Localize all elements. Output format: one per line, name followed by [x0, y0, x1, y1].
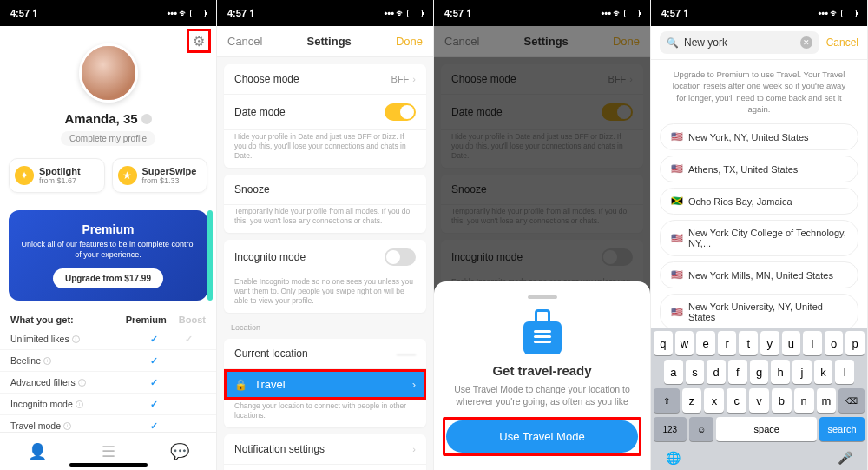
key-y[interactable]: y [760, 331, 779, 355]
key-t[interactable]: t [739, 331, 758, 355]
chat-tab-icon[interactable]: 💬 [170, 442, 189, 461]
status-time: 4:57 [10, 8, 30, 18]
status-bar: 4:57↿ •••ᯤ [651, 0, 867, 26]
premium-subtitle: Unlock all of our features to be in comp… [17, 240, 199, 260]
chevron-right-icon: › [412, 74, 416, 84]
status-bar: 4:57↿ •••ᯤ [434, 0, 650, 26]
done-button[interactable]: Done [396, 35, 423, 48]
key-space[interactable]: space [716, 417, 817, 441]
key-j[interactable]: j [792, 360, 812, 384]
key-z[interactable]: z [682, 388, 702, 413]
flag-icon: 🇺🇸 [671, 233, 683, 244]
key-emoji[interactable]: ☺ [689, 417, 714, 441]
key-a[interactable]: a [664, 360, 683, 384]
key-backspace[interactable]: ⌫ [838, 388, 865, 413]
choose-mode-row[interactable]: Choose modeBFF› [224, 64, 426, 95]
key-v[interactable]: v [749, 388, 769, 413]
current-location-row[interactable]: Current location—— [224, 339, 426, 369]
superswipe-pill[interactable]: ★ SuperSwipefrom $1.33 [112, 158, 208, 193]
sheet-subtitle: Use Travel Mode to change your location … [446, 383, 638, 408]
sheet-grabber[interactable] [528, 295, 557, 299]
avatar[interactable] [79, 43, 138, 103]
search-input[interactable]: 🔍 New york ✕ [660, 31, 819, 54]
notifications-row[interactable]: Notification settings› [224, 434, 426, 465]
search-result[interactable]: 🇯🇲Ocho Rios Bay, Jamaica [660, 188, 858, 215]
travel-hint: Change your location to connect with peo… [224, 400, 426, 427]
key-p[interactable]: p [845, 331, 865, 355]
chevron-right-icon: › [412, 444, 416, 454]
gear-icon[interactable]: ⚙ [193, 33, 205, 50]
key-h[interactable]: h [771, 360, 790, 384]
date-mode-hint: Hide your profile in Date and just use B… [224, 130, 426, 168]
premium-upgrade-button[interactable]: Upgrade from $17.99 [53, 268, 163, 288]
key-m[interactable]: m [817, 388, 837, 413]
star-icon: ✦ [15, 166, 34, 185]
key-k[interactable]: k [814, 360, 833, 384]
clear-search-button[interactable]: ✕ [800, 36, 812, 49]
date-mode-row[interactable]: Date mode [224, 95, 426, 130]
chevron-right-icon: › [412, 378, 416, 391]
flag-icon: 🇺🇸 [671, 269, 683, 281]
search-query: New york [684, 36, 795, 49]
travel-row[interactable]: 🔒 Travel › [224, 369, 426, 400]
use-travel-mode-button[interactable]: Use Travel Mode [446, 420, 638, 453]
key-search[interactable]: search [819, 417, 865, 441]
date-mode-toggle[interactable] [385, 103, 416, 121]
status-bar: 4:57↿ •••ᯤ [217, 0, 433, 26]
feature-row: Advanced filtersi✓ [0, 372, 216, 394]
key-numbers[interactable]: 123 [654, 417, 687, 441]
profile-tab-icon[interactable]: 👤 [28, 442, 47, 461]
key-w[interactable]: w [675, 331, 694, 355]
key-s[interactable]: s [686, 360, 705, 384]
travel-sheet: Get travel-ready Use Travel Mode to chan… [434, 281, 650, 470]
key-e[interactable]: e [696, 331, 715, 355]
flag-icon: 🇯🇲 [671, 195, 683, 207]
screen-travel-sheet: 4:57↿ •••ᯤ Cancel Settings Done Choose m… [434, 0, 651, 470]
home-indicator [69, 463, 148, 467]
premium-title: Premium [17, 222, 199, 236]
search-result[interactable]: 🇺🇸New York University, NY, United States [660, 294, 858, 330]
screen-settings: 4:57↿ •••ᯤ Cancel Settings Done Choose m… [217, 0, 434, 470]
key-x[interactable]: x [704, 388, 724, 413]
key-d[interactable]: d [707, 360, 726, 384]
premium-card[interactable]: Premium Unlock all of our features to be… [9, 210, 207, 301]
complete-profile-button[interactable]: Complete my profile [61, 131, 155, 146]
nav-bar: Cancel Settings Done [217, 26, 433, 57]
key-q[interactable]: q [654, 331, 673, 355]
key-b[interactable]: b [772, 388, 792, 413]
key-o[interactable]: o [825, 331, 844, 355]
search-result[interactable]: 🇺🇸Athens, TX, United States [660, 156, 858, 182]
key-g[interactable]: g [750, 360, 769, 384]
features-header: What you get: PremiumBoost [0, 306, 216, 328]
key-f[interactable]: f [728, 360, 747, 384]
cancel-search-button[interactable]: Cancel [826, 36, 858, 49]
key-l[interactable]: l [835, 360, 854, 384]
mic-icon[interactable]: 🎤 [838, 451, 852, 465]
cancel-button[interactable]: Cancel [227, 35, 262, 48]
incognito-toggle[interactable] [385, 248, 416, 266]
location-section-label: Location [217, 320, 433, 332]
snooze-row[interactable]: Snooze [224, 175, 426, 205]
key-u[interactable]: u [782, 331, 801, 355]
incognito-row[interactable]: Incognito mode [224, 240, 426, 275]
sheet-title: Get travel-ready [446, 363, 638, 378]
profile-name: Amanda, 35 [64, 111, 137, 126]
upgrade-note: Upgrade to Premium to use Travel. Your T… [651, 60, 867, 123]
star-icon: ★ [118, 166, 137, 185]
key-r[interactable]: r [718, 331, 737, 355]
lock-icon: 🔒 [234, 379, 247, 391]
key-n[interactable]: n [794, 388, 814, 413]
search-result[interactable]: 🇺🇸New York Mills, MN, United States [660, 261, 858, 288]
key-i[interactable]: i [803, 331, 822, 355]
search-result[interactable]: 🇺🇸New York, NY, United States [660, 123, 858, 150]
search-icon: 🔍 [667, 37, 679, 49]
key-c[interactable]: c [727, 388, 746, 413]
security-row[interactable]: Security & Privacy› [224, 465, 426, 470]
settings-gear-highlight: ⚙ [187, 29, 211, 53]
globe-icon[interactable]: 🌐 [666, 451, 681, 465]
search-result[interactable]: 🇺🇸New York City College of Technology, N… [660, 220, 858, 256]
spotlight-pill[interactable]: ✦ Spotlightfrom $1.67 [9, 158, 105, 193]
feed-tab-icon[interactable]: ☰ [102, 442, 115, 461]
screen-profile: 4:57↿ •••ᯤ ⚙ Amanda, 35 Complete my prof… [0, 0, 217, 470]
key-shift[interactable]: ⇧ [654, 388, 680, 413]
